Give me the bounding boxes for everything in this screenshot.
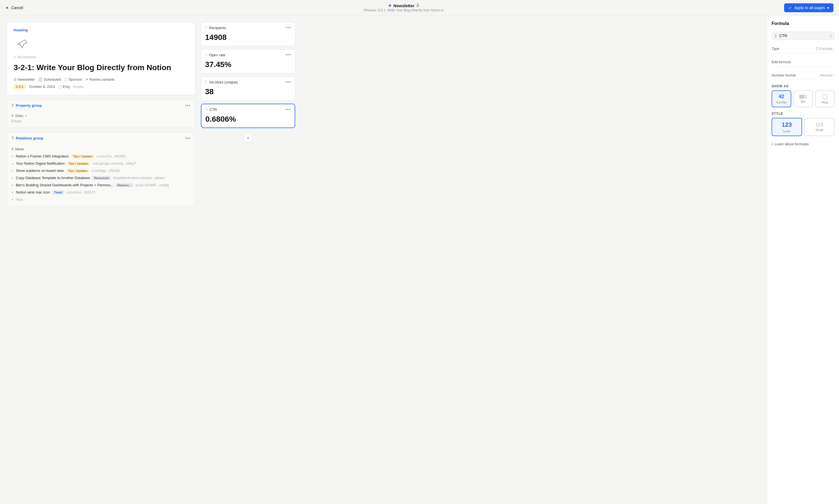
top-bar-center: ✈ Newsletter ⠿ Preview: 3-2-1: Write You… [364, 3, 443, 12]
tag-resources: Resourc... [116, 183, 133, 187]
show-as-label: Show as [772, 84, 835, 88]
edit-formula-row[interactable]: Edit formula › [772, 58, 835, 67]
relation-item[interactable]: + Show subitems on board view Tips / Upd… [9, 167, 193, 174]
ad-clicks-menu[interactable]: ••• [285, 79, 291, 85]
property-group-body: ≡ Stats ▾ Empty [7, 111, 195, 127]
top-bar-right: ✓ Apply to all pages ▾ [784, 3, 834, 12]
recipients-label: Recipients [209, 26, 226, 30]
recipients-menu[interactable]: ••• [285, 25, 291, 30]
relations-group-header-left: ⠿ Relations group [11, 136, 43, 140]
style-section: Style 123 Large 123 Small [772, 112, 835, 136]
relation-item[interactable]: + Notion wink mac icon Tweet x.com/avs..… [9, 189, 193, 196]
open-rate-menu[interactable]: ••• [285, 52, 291, 57]
number-format-row[interactable]: Number format Percent › [772, 71, 835, 80]
learn-about-button[interactable]: ℹ Learn about formulas [772, 142, 835, 146]
relations-body: ≡ Ideas + Notion x Framer CMS Integratio… [7, 144, 195, 206]
right-column: ⠿ Recipients ••• 14908 ⠿ Open rate ••• 3… [201, 22, 295, 497]
formula-input-row[interactable]: Σ ℹ [772, 32, 835, 40]
style-large-label: Large [783, 129, 791, 133]
style-options: 123 Large 123 Small [772, 118, 835, 136]
plus-icon: + [11, 190, 14, 195]
style-label: Style [772, 112, 835, 115]
relation-name: Show subitems on board view [16, 168, 64, 173]
cancel-button[interactable]: ✕ Cancel [5, 5, 23, 10]
heading-icon [14, 37, 188, 55]
add-block-button[interactable]: + [244, 133, 252, 143]
relation-item[interactable]: + Notion x Framer CMS Integration Tips /… [9, 153, 193, 160]
heading-meta: ⊙ Newsletter ⬜ Scheduled ⬚ Sponsor ↗ Ram… [14, 77, 188, 82]
ctr-header-left: ⠿ CTR [205, 108, 217, 112]
no-backlinks: ↙ No backlinks [14, 55, 188, 59]
style-small-option[interactable]: 123 Small [804, 118, 835, 136]
plus-icon: + [11, 168, 14, 173]
calendar-icon: ⬜ [38, 77, 42, 82]
info-icon: ℹ [830, 34, 832, 38]
meta-scheduled: ⬜ Scheduled [38, 77, 60, 82]
recipients-header-left: ⠿ Recipients [205, 26, 226, 30]
show-as-number-option[interactable]: 42 Number [772, 90, 791, 107]
x-icon: ✕ [5, 5, 9, 10]
enty-icon: ⬚ [58, 85, 62, 89]
relation-url: x.com/avs...930172 [66, 191, 95, 194]
info-circle-icon: ℹ [772, 142, 773, 146]
show-as-number-value: 42 [779, 94, 784, 100]
number-format-label: Number format [772, 73, 796, 77]
show-as-options: 42 Number Bar Ring [772, 90, 835, 107]
number-format-value: Percent › [820, 73, 835, 77]
plus-icon: + [11, 176, 14, 180]
chevron-down-icon: ▾ [442, 8, 443, 12]
open-rate-card: ⠿ Open rate ••• 37.45% [201, 49, 295, 73]
show-as-bar-label: Bar [801, 100, 806, 103]
relation-name: Notion x Framer CMS Integration [16, 154, 69, 158]
show-as-section: Show as 42 Number Bar Ring [772, 84, 835, 107]
tag-321: 3-2-1 [14, 84, 26, 89]
sigma-small-icon: Σ [816, 47, 818, 51]
tag-tweet: Tweet [52, 191, 64, 194]
style-large-option[interactable]: 123 Large [772, 118, 802, 136]
property-group-menu[interactable]: ••• [185, 103, 191, 108]
preview-label[interactable]: Preview: 3-2-1: Write Your Blog Directly… [364, 8, 443, 12]
relation-url: youtu.be/bMR...omlqlq [135, 183, 169, 187]
settings-icon[interactable]: ⠿ [416, 3, 419, 8]
relations-group-header: ⠿ Relations group ••• [7, 132, 195, 144]
ctr-menu[interactable]: ••• [285, 107, 291, 112]
stats-row: ≡ Stats ▾ [11, 114, 191, 118]
relations-group-label: Relations group [16, 136, 43, 140]
apply-button[interactable]: ✓ Apply to all pages ▾ [784, 3, 834, 12]
new-item-button[interactable]: + New [9, 196, 193, 203]
ad-clicks-header-left: ⠿ Ad clicks (unique) [205, 80, 238, 84]
relations-group-menu[interactable]: ••• [185, 136, 191, 141]
relation-url: x.com/typ...358160 [91, 169, 120, 173]
formula-input[interactable] [779, 34, 828, 38]
tag-tips: Tips / Updates [71, 155, 94, 158]
relation-name: Your Notion Digest Notification [16, 161, 65, 165]
open-rate-header-left: ⠿ Open rate [205, 53, 225, 57]
top-bar: ✕ Cancel ✈ Newsletter ⠿ Preview: 3-2-1: … [0, 0, 839, 16]
open-rate-header: ⠿ Open rate ••• [201, 50, 295, 59]
show-as-ring-option[interactable]: Ring [815, 90, 835, 107]
meta-sponsor: ⬚ Sponsor [64, 77, 82, 82]
arrow-icon: ↗ [85, 77, 88, 82]
empty-label: Empty [11, 119, 191, 123]
chevron-right-icon: › [834, 60, 835, 64]
bar-icon [799, 95, 807, 99]
ad-clicks-header: ⠿ Ad clicks (unique) ••• [201, 77, 295, 86]
ctr-label: CTR [209, 108, 217, 112]
heading-label: Heading [14, 28, 188, 32]
plus-icon: + [11, 154, 14, 159]
show-as-bar-option[interactable]: Bar [793, 90, 813, 107]
relation-item[interactable]: + Your Notion Digest Notification Tips /… [9, 160, 193, 167]
drag-handle-icon: ⠿ [11, 136, 14, 140]
drag-handle-icon: ⠿ [205, 80, 208, 84]
type-label: Type [772, 47, 779, 51]
article-title: 3-2-1: Write Your Blog Directly from Not… [14, 63, 188, 72]
style-small-value: 123 [816, 122, 823, 127]
meta-enty: ⬚ Enty [58, 85, 70, 89]
chevron-right-icon: › [834, 47, 835, 51]
tag-tips: Tips / Updates [67, 162, 90, 165]
relations-group-card: ⠿ Relations group ••• ≡ Ideas + Notion x… [7, 132, 195, 206]
property-group-label: Property group [16, 103, 42, 108]
relation-item[interactable]: + Copy Database Template to Another Data… [9, 174, 193, 182]
page-title: ✈ Newsletter ⠿ [388, 3, 419, 8]
relation-item[interactable]: + Ben's Building Shared Dashboards with … [9, 182, 193, 189]
